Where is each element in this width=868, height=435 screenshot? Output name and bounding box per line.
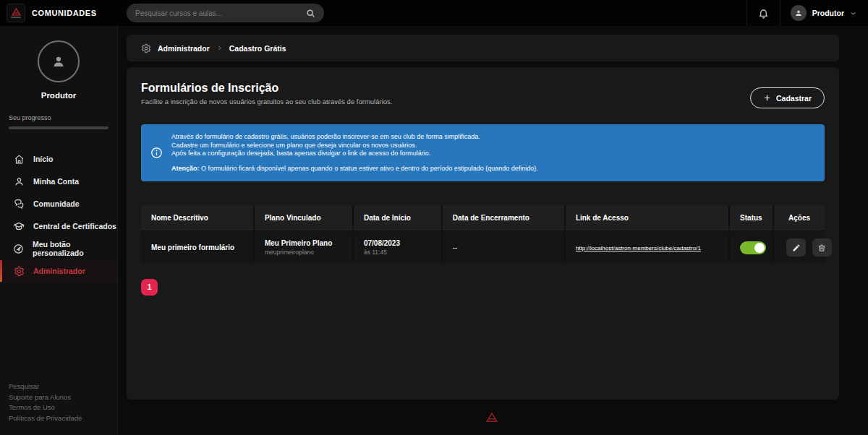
search-icon[interactable] <box>306 9 315 18</box>
row-start-time: às 11:45 <box>364 249 431 256</box>
notifications-button[interactable] <box>746 0 780 26</box>
pencil-icon <box>792 244 801 252</box>
gear-icon <box>13 265 25 277</box>
sidebar-item-inicio[interactable]: Início <box>0 148 117 171</box>
footer-link-privacidade[interactable]: Políticas de Privacidade <box>9 413 82 424</box>
sidebar-item-label: Administrador <box>33 267 85 275</box>
page-1-button[interactable]: 1 <box>141 279 158 296</box>
user-avatar <box>791 5 807 21</box>
sidebar-item-comunidade[interactable]: Comunidade <box>0 193 117 215</box>
user-name: Produtor <box>812 9 844 17</box>
footer-link-pesquisar[interactable]: Pesquisar <box>9 382 82 392</box>
col-data-inicio: Data de Início <box>353 205 442 231</box>
col-link-acesso: Link de Acesso <box>565 205 729 231</box>
breadcrumb-cadastro-gratis: Cadastro Grátis <box>229 44 286 53</box>
user-menu[interactable]: Produtor <box>780 0 868 26</box>
col-nome-descritivo: Nome Descritivo <box>141 205 254 231</box>
info-line: Cadastre um formulário e selecione um pl… <box>171 142 538 150</box>
profile-name: Produtor <box>0 91 117 100</box>
sidebar-item-label: Minha Conta <box>33 177 79 186</box>
forms-table: Nome Descritivo Plano Vinculado Data de … <box>141 205 825 263</box>
row-end-date: -- <box>453 244 458 251</box>
sidebar-item-botao-personalizado[interactable]: Meu botão personalizado <box>0 238 117 260</box>
col-data-encerramento: Data de Encerramento <box>442 205 565 231</box>
row-plan-slug: meuprimeiroplano <box>265 249 342 256</box>
search-bar[interactable] <box>127 4 324 22</box>
sidebar-item-label: Meu botão personalizado <box>33 240 117 257</box>
footer-brand-icon <box>485 412 498 425</box>
app-root: COMUNIDADES Produtor <box>0 0 868 435</box>
table-row: Meu primeiro formulário Meu Primeiro Pla… <box>141 231 825 263</box>
sidebar-item-label: Comunidade <box>33 199 80 208</box>
delete-button[interactable] <box>812 238 832 257</box>
progress-bar <box>9 126 109 129</box>
sidebar-item-label: Início <box>33 155 53 163</box>
info-line: Após feita a configuração desejada, bast… <box>171 150 538 158</box>
info-box-text: Através do formulário de cadastro grátis… <box>171 133 538 173</box>
row-name: Meu primeiro formulário <box>151 244 243 251</box>
page-header: Formulários de Inscrição Facilite a insc… <box>141 82 825 108</box>
profile-block: Produtor <box>0 26 117 100</box>
brand-name: COMUNIDADES <box>32 9 97 17</box>
status-toggle[interactable] <box>740 241 766 254</box>
sidebar-item-label: Central de Certificados <box>33 222 116 231</box>
footer-link-termos[interactable]: Termos de Uso <box>9 402 82 413</box>
sidebar-footer: Pesquisar Suporte para Alunos Termos de … <box>9 382 82 423</box>
sidebar-item-administrador[interactable]: Administrador <box>0 260 117 283</box>
progress-label: Seu progresso <box>9 114 117 121</box>
profile-avatar[interactable] <box>38 40 80 82</box>
top-bar: COMUNIDADES Produtor <box>0 0 868 26</box>
breadcrumb-administrador[interactable]: Administrador <box>158 44 210 53</box>
brand[interactable]: COMUNIDADES <box>0 4 118 22</box>
breadcrumb: Administrador Cadastro Grátis <box>127 35 839 61</box>
edit-button[interactable] <box>786 238 806 257</box>
info-warning: Atenção: O formulário ficará disponível … <box>171 165 538 173</box>
row-plan-name: Meu Primeiro Plano <box>265 239 342 247</box>
pagination: 1 <box>141 279 825 296</box>
search-input[interactable] <box>135 9 306 17</box>
col-status: Status <box>729 205 773 231</box>
home-icon <box>13 153 25 165</box>
topbar-right: Produtor <box>746 0 868 26</box>
plus-icon <box>763 94 771 102</box>
table-header-row: Nome Descritivo Plano Vinculado Data de … <box>141 205 825 231</box>
info-line: Através do formulário de cadastro grátis… <box>171 133 538 142</box>
col-acoes: Ações <box>773 205 825 231</box>
page-title: Formulários de Inscrição <box>141 82 392 95</box>
footer-link-suporte[interactable]: Suporte para Alunos <box>9 392 82 403</box>
brand-logo-icon <box>7 4 25 22</box>
cadastrar-button[interactable]: Cadastrar <box>750 87 825 108</box>
info-icon <box>150 147 163 159</box>
chevron-down-icon <box>850 10 856 17</box>
row-start-date: 07/08/2023 <box>364 239 431 247</box>
user-icon <box>13 176 25 187</box>
sidebar: Produtor Seu progresso Início Minha Cont… <box>0 26 118 435</box>
graduation-cap-icon <box>13 220 25 232</box>
sidebar-nav: Início Minha Conta Comunidade Central de… <box>0 148 117 283</box>
info-box: Através do formulário de cadastro grátis… <box>141 124 825 181</box>
chat-icon <box>13 198 25 210</box>
gear-icon <box>141 43 151 53</box>
col-plano-vinculado: Plano Vinculado <box>254 205 353 231</box>
row-access-link[interactable]: http://localhost/astron-members/clube/ca… <box>576 245 701 251</box>
sidebar-item-central-certificados[interactable]: Central de Certificados <box>0 215 117 238</box>
chevron-right-icon <box>216 45 223 51</box>
page-subtitle: Facilite a inscrição de novos usuários g… <box>141 98 392 105</box>
sidebar-item-minha-conta[interactable]: Minha Conta <box>0 171 117 193</box>
trash-icon <box>817 244 826 252</box>
custom-button-icon <box>13 243 24 254</box>
bell-icon <box>758 8 769 19</box>
cadastrar-button-label: Cadastrar <box>776 94 812 103</box>
content-card: Formulários de Inscrição Facilite a insc… <box>127 67 839 400</box>
